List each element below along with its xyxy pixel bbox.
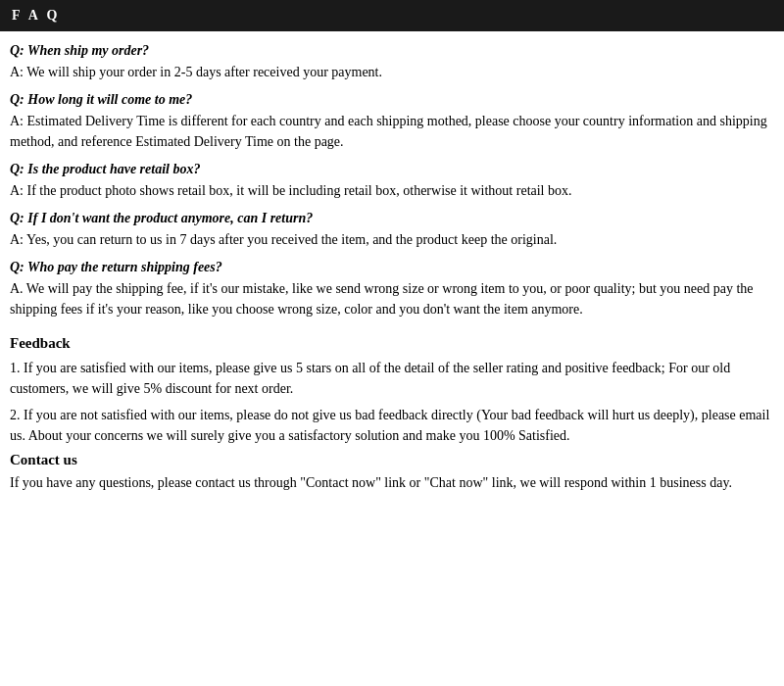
question-5: Q: Who pay the return shipping fees? xyxy=(10,260,774,275)
faq-title: F A Q xyxy=(12,8,61,23)
answer-2: A: Estimated Delivery Time is different … xyxy=(10,111,774,152)
contact-title: Contact us xyxy=(10,452,774,468)
question-1: Q: When ship my order? xyxy=(10,43,774,59)
faq-item-4: Q: If I don't want the product anymore, … xyxy=(10,211,774,250)
contact-section: Contact us If you have any questions, pl… xyxy=(10,452,774,493)
question-2: Q: How long it will come to me? xyxy=(10,92,774,108)
answer-5: A. We will pay the shipping fee, if it's… xyxy=(10,278,774,319)
feedback-item-1: 1. If you are satisfied with our items, … xyxy=(10,358,774,399)
faq-section: Q: When ship my order? A: We will ship y… xyxy=(10,43,774,319)
faq-item-3: Q: Is the product have retail box? A: If… xyxy=(10,162,774,201)
content-area: Q: When ship my order? A: We will ship y… xyxy=(0,43,784,493)
question-3: Q: Is the product have retail box? xyxy=(10,162,774,177)
feedback-title: Feedback xyxy=(10,335,774,352)
question-4: Q: If I don't want the product anymore, … xyxy=(10,211,774,226)
faq-header: F A Q xyxy=(0,0,784,31)
answer-1: A: We will ship your order in 2-5 days a… xyxy=(10,62,774,82)
answer-3: A: If the product photo shows retail box… xyxy=(10,180,774,201)
faq-item-1: Q: When ship my order? A: We will ship y… xyxy=(10,43,774,82)
feedback-section: Feedback 1. If you are satisfied with ou… xyxy=(10,335,774,446)
faq-item-5: Q: Who pay the return shipping fees? A. … xyxy=(10,260,774,319)
faq-item-2: Q: How long it will come to me? A: Estim… xyxy=(10,92,774,152)
answer-4: A: Yes, you can return to us in 7 days a… xyxy=(10,229,774,250)
feedback-item-2: 2. If you are not satisfied with our ite… xyxy=(10,405,774,446)
contact-text: If you have any questions, please contac… xyxy=(10,472,774,493)
